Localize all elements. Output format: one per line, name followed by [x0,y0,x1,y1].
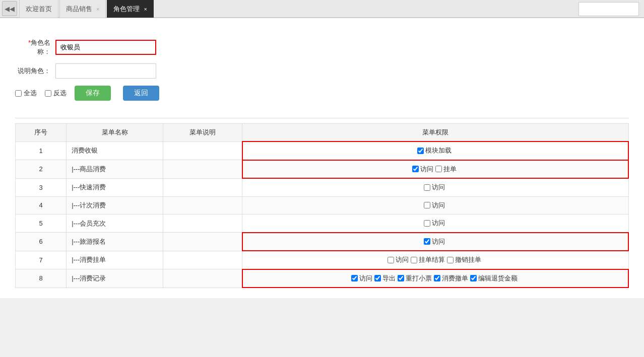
cell-desc-7 [163,269,242,288]
perm-item-7-0: 访问 [351,274,372,283]
cell-perm-0: 模块加载 [242,141,628,160]
cell-desc-1 [163,160,242,179]
cell-perm-2: 访问 [242,178,628,196]
perm-label-7-1: 导出 [382,274,396,283]
role-name-row: *角色名称： [15,38,629,56]
table-header-row: 序号 菜单名称 菜单说明 菜单权限 [16,124,629,142]
nav-back-button[interactable]: ◀◀ [2,1,17,16]
cell-seq-7: 8 [16,269,67,288]
checkbox-row: 全选 反选 保存 返回 [15,86,629,101]
perm-checkbox-7-1[interactable] [374,275,381,281]
top-right-decorative-box [578,2,639,16]
cell-seq-3: 4 [16,196,67,215]
tab-goods[interactable]: 商品销售 × [59,0,106,18]
perm-checkbox-7-4[interactable] [470,275,477,281]
select-all-label[interactable]: 全选 [15,89,37,98]
main-content: *角色名称： 说明角色： 全选 反选 保存 返回 [0,18,644,298]
cell-seq-4: 5 [16,215,67,233]
tab-goods-close[interactable]: × [96,6,99,12]
cell-perm-3: 访问 [242,196,628,215]
save-button[interactable]: 保存 [75,86,111,101]
perm-checkbox-0-0[interactable] [417,148,424,154]
perm-checkbox-4-0[interactable] [424,220,430,227]
perm-checkbox-1-0[interactable] [412,166,419,172]
role-name-label: *角色名称： [15,38,55,56]
role-desc-row: 说明角色： [15,63,629,79]
tab-role-close[interactable]: × [144,6,147,12]
perm-label-5-0: 访问 [432,237,445,246]
cell-desc-6 [163,251,242,269]
cell-name-0: 消费收银 [67,141,163,160]
perm-item-7-1: 导出 [374,274,396,283]
role-name-input[interactable] [55,40,156,55]
perm-label-7-3: 消费撤单 [442,274,468,283]
perm-label-1-0: 访问 [420,165,433,174]
perm-item-1-1: 挂单 [435,165,457,174]
tab-role[interactable]: 角色管理 × [107,0,153,18]
table-row: 3|---快速消费访问 [16,178,629,196]
table-row: 2|---商品消费访问挂单 [16,160,629,179]
col-seq-header: 序号 [16,124,67,142]
perm-label-7-0: 访问 [359,274,372,283]
perm-item-5-0: 访问 [424,237,445,246]
table-row: 7|---消费挂单访问挂单结算撤销挂单 [16,251,629,269]
col-perm-header: 菜单权限 [242,124,628,142]
perm-item-6-2: 撤销挂单 [447,255,481,264]
perm-checkbox-7-0[interactable] [351,275,358,281]
tab-home-label: 欢迎首页 [26,5,52,14]
perm-checkbox-7-2[interactable] [398,275,404,281]
perm-item-1-0: 访问 [412,165,433,174]
perm-item-3-0: 访问 [424,201,445,210]
cell-perm-5: 访问 [242,233,628,251]
cell-desc-3 [163,196,242,215]
perm-checkbox-6-1[interactable] [411,257,417,263]
cell-seq-2: 3 [16,178,67,196]
cell-name-6: |---消费挂单 [67,251,163,269]
perm-label-7-2: 重打小票 [406,274,432,283]
cell-name-5: |---旅游报名 [67,233,163,251]
form-section: *角色名称： 说明角色： 全选 反选 保存 返回 [15,28,629,113]
perm-item-0-0: 模块加载 [417,146,452,155]
nav-back-icon: ◀◀ [5,5,15,13]
tab-role-label: 角色管理 [113,5,140,14]
perm-item-7-2: 重打小票 [398,274,432,283]
table-row: 4|---计次消费访问 [16,196,629,215]
perm-label-6-2: 撤销挂单 [455,255,481,264]
table-row: 6|---旅游报名访问 [16,233,629,251]
invert-label[interactable]: 反选 [45,89,67,98]
perm-checkbox-5-0[interactable] [424,238,430,245]
cell-perm-6: 访问挂单结算撤销挂单 [242,251,628,269]
cell-name-2: |---快速消费 [67,178,163,196]
cell-seq-5: 6 [16,233,67,251]
cell-name-4: |---会员充次 [67,215,163,233]
perm-label-7-4: 编辑退货金额 [478,274,518,283]
cell-perm-7: 访问导出重打小票消费撤单编辑退货金额 [242,269,628,288]
perm-checkbox-7-3[interactable] [434,275,440,281]
back-button[interactable]: 返回 [123,86,159,101]
perm-checkbox-6-2[interactable] [447,257,454,263]
perm-item-7-4: 编辑退货金额 [470,274,518,283]
role-desc-input[interactable] [55,63,156,79]
perm-checkbox-6-0[interactable] [388,257,394,263]
perm-label-3-0: 访问 [432,201,445,210]
invert-checkbox[interactable] [45,90,51,97]
perm-item-7-3: 消费撤单 [434,274,468,283]
perm-checkbox-1-1[interactable] [435,166,442,172]
cell-desc-2 [163,178,242,196]
perm-label-2-0: 访问 [432,183,445,192]
perm-checkbox-2-0[interactable] [424,184,430,191]
cell-perm-1: 访问挂单 [242,160,628,179]
tab-home[interactable]: 欢迎首页 [19,0,58,18]
cell-desc-5 [163,233,242,251]
cell-seq-0: 1 [16,141,67,160]
perm-item-6-0: 访问 [388,255,409,264]
tab-bar: ◀◀ 欢迎首页 商品销售 × 角色管理 × [0,0,644,18]
perm-label-4-0: 访问 [432,219,445,228]
perm-checkbox-3-0[interactable] [424,202,430,208]
select-all-checkbox[interactable] [15,90,22,97]
col-desc-header: 菜单说明 [163,124,242,142]
cell-seq-1: 2 [16,160,67,179]
perm-item-6-1: 挂单结算 [411,255,445,264]
cell-seq-6: 7 [16,251,67,269]
table-row: 8|---消费记录访问导出重打小票消费撤单编辑退货金额 [16,269,629,288]
